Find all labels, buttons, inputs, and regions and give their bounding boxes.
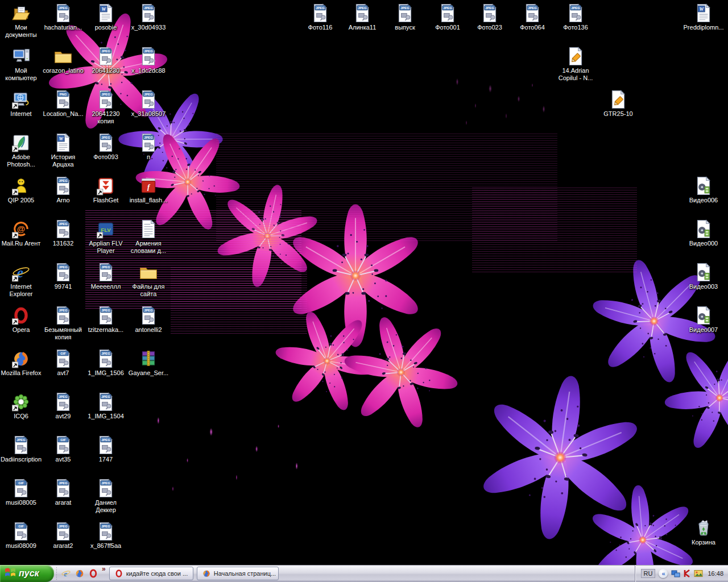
quick-launch-opera-icon[interactable] [88,568,98,579]
desktop-icon-label: avt29 [56,413,71,420]
gif-file-icon: GIF [11,522,31,541]
svg-text:JPEG: JPEG [101,93,110,96]
svg-text:JPEG: JPEG [400,6,410,10]
desktop-icon-video003[interactable]: Видео003 [669,263,728,290]
svg-text:JPEG: JPEG [59,6,68,10]
language-indicator[interactable]: RU [641,569,656,578]
svg-text:JPEG: JPEG [571,6,580,10]
jpeg-file-icon: JPEG [96,435,115,455]
desktop-icon-x-867ff5aa[interactable]: JPEG x_867ff5aa [72,522,140,550]
svg-text:JPEG: JPEG [59,481,68,485]
desktop-icon-x-30d04933[interactable]: JPEG x_30d04933 [114,3,183,31]
desktop-icon-label: 1747 [99,456,113,463]
folder-icon [53,47,73,66]
desktop-icon-antonelli2[interactable]: JPEG antonelli2 [114,306,183,334]
jpeg-file-icon: JPEG [139,3,158,23]
flv-player-icon: FLV [96,219,115,239]
taskbar: пуск e » кидайте сюда свои ...Начальная … [0,565,728,582]
photoshop-icon [11,133,31,152]
start-button[interactable]: пуск [0,565,54,582]
tray-network-icon[interactable] [671,569,680,578]
jpeg-file-icon: JPEG [139,306,158,325]
desktop-icon-img1504[interactable]: JPEG 1_IMG_1504 [72,392,140,420]
desktop-icon-gayane-ser[interactable]: Gayane_Ser... [114,349,183,377]
folder-icon [139,263,158,282]
desktop-icon-label: выпуск [395,24,415,31]
svg-text:JPEG: JPEG [59,179,68,182]
desktop-icon-label: ararat2 [53,542,73,550]
desktop-icon-label: п [147,153,150,161]
taskbar-button-label: Начальная страниц... [214,570,276,577]
clock: 16:48 [706,570,723,577]
opera-icon [114,569,123,578]
desktop-icon-x-1dc2dc88[interactable]: JPEG x_1dc2dc88 [114,47,183,74]
desktop-icon-f1747[interactable]: JPEG 1747 [72,435,140,463]
desktop-icon-label: Opera [13,326,30,334]
quick-launch-internet-explorer-icon[interactable]: e [61,568,71,579]
desktop-icon-video007[interactable]: Видео007 [669,306,728,334]
quick-launch-overflow-chevron[interactable]: » [101,565,107,582]
task-buttons: кидайте сюда свои ...Начальная страниц..… [107,565,635,582]
svg-text:JPEG: JPEG [144,309,153,312]
jpeg-file-icon: JPEG [96,349,115,368]
desktop-icon-daniel-dekker[interactable]: JPEG Даниел Деккер [72,479,140,514]
internet-explorer-icon: e [11,263,31,282]
firefox-icon [11,349,31,368]
flash-install-icon: f [139,176,158,196]
text-file-icon [139,219,158,239]
quick-launch-separator[interactable] [55,567,57,580]
jpeg-file-icon: JPEG [53,522,73,541]
quick-launch-firefox-icon[interactable] [75,568,85,579]
svg-text:JPEG: JPEG [101,136,110,139]
system-tray: RU « 16:48 [635,565,728,582]
jpeg-file-icon: JPEG [53,263,73,282]
desktop-icon-x-31a08507[interactable]: JPEG x_31a08507 [114,90,183,118]
desktop-icon-foto136[interactable]: JPEG Фото136 [541,3,610,31]
jpeg-file-icon: JPEG [96,479,115,498]
desktop-icon-install-flash[interactable]: f install_flash... [114,176,183,204]
jpeg-file-icon: JPEG [480,3,499,23]
tray-kaspersky-icon[interactable] [682,569,692,578]
jpeg-file-icon: JPEG [139,133,158,152]
taskbar-button-opera-window[interactable]: кидайте сюда свои ... [109,567,193,580]
jpeg-file-icon: JPEG [53,219,73,239]
desktop-icon-armenia-slovami[interactable]: Армения словами д... [114,219,183,255]
desktop-icon-p[interactable]: JPEG п [114,133,183,161]
desktop-icon-label: posobie [95,24,117,31]
svg-text:JPEG: JPEG [316,6,325,10]
desktop-icon-preddiplomn[interactable]: W Preddiplomn... [669,3,728,31]
desktop-icon-label: 1_IMG_1504 [88,413,124,420]
tray-collapse-chevron[interactable]: « [659,569,668,578]
desktop-icon-korzina[interactable]: Корзина [669,518,728,546]
desktop-icon-label: 14.Adrian Copilul - N... [559,67,593,82]
jpeg-file-icon: JPEG [53,479,73,498]
desktop-icon-label: 99741 [55,283,72,290]
desktop-icon-label: Видео007 [689,326,718,334]
svg-text:JPEG: JPEG [16,438,26,442]
my-documents-icon [11,3,31,23]
desktop-icon-adrian-copilul[interactable]: 14.Adrian Copilul - N... [541,47,610,82]
desktop[interactable]: Мои документы JPEG hachaturian... W poso… [0,0,728,565]
desktop-icon-video006[interactable]: Видео006 [669,176,728,204]
gif-file-icon: GIF [53,435,73,455]
svg-text:JPEG: JPEG [101,438,110,442]
my-computer-icon [11,47,31,66]
icq-icon [11,392,31,411]
svg-text:JPEG: JPEG [485,6,494,10]
desktop-icon-label: antonelli2 [135,326,162,334]
internet-icon [11,90,31,109]
video-file-icon [694,263,713,282]
desktop-icon-gtr25-10[interactable]: GTR25-10 [584,90,652,118]
desktop-icon-label: Армения словами д... [131,240,166,255]
taskbar-button-firefox-window[interactable]: Начальная страниц... [197,567,279,580]
desktop-icon-label: Видео003 [689,283,718,290]
jpeg-file-icon: JPEG [11,435,31,455]
word-file-icon: W [96,3,115,23]
tray-image-viewer-icon[interactable] [694,569,703,578]
windows-logo-icon [5,567,16,580]
desktop-icon-video000[interactable]: Видео000 [669,219,728,247]
desktop-icon-faily-dlya-saita[interactable]: Файлы для сайта [114,263,183,298]
svg-text:GIF: GIF [60,438,66,442]
media-file-icon [566,47,585,66]
desktop-icon-label: install_flash... [130,197,168,204]
